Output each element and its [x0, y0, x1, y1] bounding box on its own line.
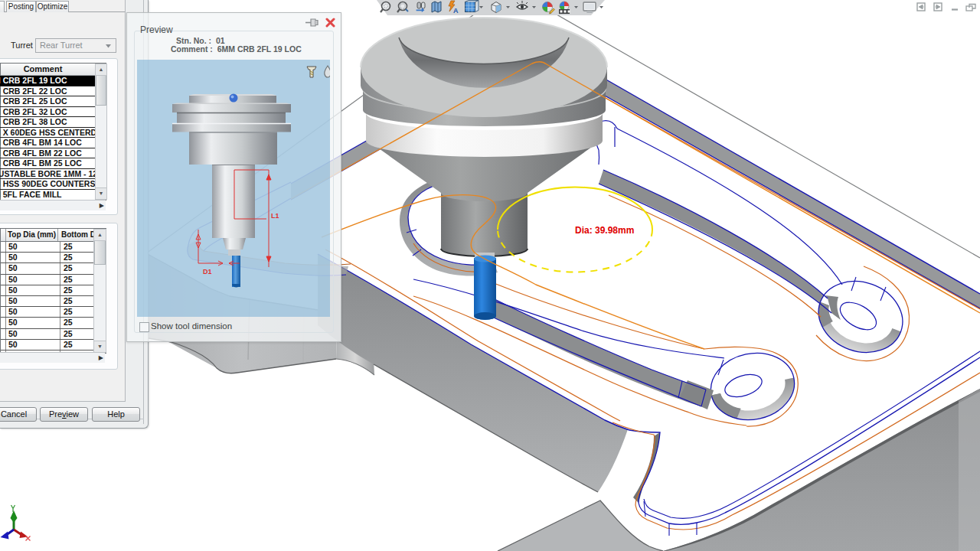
svg-text:L1: L1 — [271, 212, 279, 220]
svg-text:Dia: 39.98mm: Dia: 39.98mm — [575, 225, 634, 236]
svg-text:D1: D1 — [203, 268, 212, 276]
svg-text:A: A — [453, 7, 459, 15]
